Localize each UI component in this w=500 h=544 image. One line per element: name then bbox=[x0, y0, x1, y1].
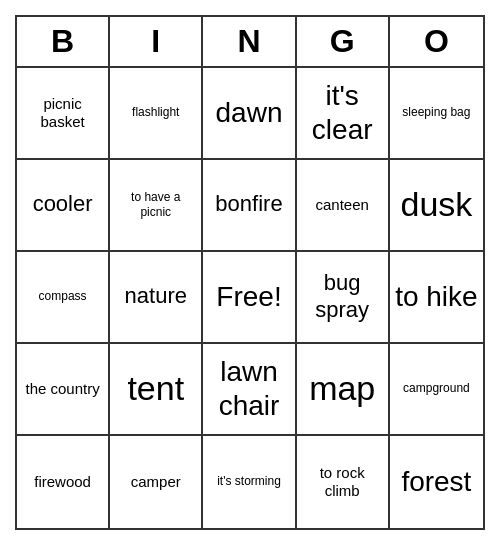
cell-text: to hike bbox=[395, 280, 478, 314]
bingo-cell[interactable]: bug spray bbox=[297, 252, 390, 344]
bingo-cell[interactable]: lawn chair bbox=[203, 344, 296, 436]
cell-text: campground bbox=[403, 381, 470, 395]
bingo-cell[interactable]: to rock climb bbox=[297, 436, 390, 528]
bingo-cell[interactable]: compass bbox=[17, 252, 110, 344]
bingo-grid: picnic basketflashlightdawnit's clearsle… bbox=[17, 68, 483, 528]
bingo-cell[interactable]: camper bbox=[110, 436, 203, 528]
bingo-cell[interactable]: forest bbox=[390, 436, 483, 528]
cell-text: dawn bbox=[216, 96, 283, 130]
cell-text: the country bbox=[25, 380, 99, 398]
bingo-cell[interactable]: dusk bbox=[390, 160, 483, 252]
cell-text: nature bbox=[125, 283, 187, 309]
cell-text: dusk bbox=[400, 184, 472, 225]
cell-text: Free! bbox=[216, 280, 281, 314]
bingo-cell[interactable]: to have a picnic bbox=[110, 160, 203, 252]
cell-text: it's storming bbox=[217, 474, 281, 488]
bingo-cell[interactable]: sleeping bag bbox=[390, 68, 483, 160]
bingo-cell[interactable]: dawn bbox=[203, 68, 296, 160]
bingo-cell[interactable]: the country bbox=[17, 344, 110, 436]
bingo-cell[interactable]: it's storming bbox=[203, 436, 296, 528]
bingo-cell[interactable]: tent bbox=[110, 344, 203, 436]
bingo-cell[interactable]: it's clear bbox=[297, 68, 390, 160]
header-letter: I bbox=[110, 17, 203, 66]
cell-text: map bbox=[309, 368, 375, 409]
cell-text: flashlight bbox=[132, 105, 179, 119]
bingo-cell[interactable]: cooler bbox=[17, 160, 110, 252]
header-letter: N bbox=[203, 17, 296, 66]
bingo-card: BINGO picnic basketflashlightdawnit's cl… bbox=[15, 15, 485, 530]
bingo-header: BINGO bbox=[17, 17, 483, 68]
cell-text: picnic basket bbox=[21, 95, 104, 131]
bingo-cell[interactable]: to hike bbox=[390, 252, 483, 344]
bingo-cell[interactable]: canteen bbox=[297, 160, 390, 252]
cell-text: bonfire bbox=[215, 191, 282, 217]
bingo-cell[interactable]: campground bbox=[390, 344, 483, 436]
cell-text: bug spray bbox=[301, 270, 384, 323]
cell-text: firewood bbox=[34, 473, 91, 491]
cell-text: forest bbox=[401, 465, 471, 499]
bingo-cell[interactable]: Free! bbox=[203, 252, 296, 344]
bingo-cell[interactable]: nature bbox=[110, 252, 203, 344]
bingo-cell[interactable]: flashlight bbox=[110, 68, 203, 160]
bingo-cell[interactable]: picnic basket bbox=[17, 68, 110, 160]
cell-text: sleeping bag bbox=[402, 105, 470, 119]
cell-text: to rock climb bbox=[301, 464, 384, 500]
cell-text: it's clear bbox=[301, 79, 384, 146]
cell-text: compass bbox=[39, 289, 87, 303]
cell-text: camper bbox=[131, 473, 181, 491]
cell-text: cooler bbox=[33, 191, 93, 217]
cell-text: canteen bbox=[316, 196, 369, 214]
bingo-cell[interactable]: firewood bbox=[17, 436, 110, 528]
cell-text: to have a picnic bbox=[114, 190, 197, 219]
bingo-cell[interactable]: bonfire bbox=[203, 160, 296, 252]
cell-text: lawn chair bbox=[207, 355, 290, 422]
bingo-cell[interactable]: map bbox=[297, 344, 390, 436]
header-letter: G bbox=[297, 17, 390, 66]
header-letter: O bbox=[390, 17, 483, 66]
header-letter: B bbox=[17, 17, 110, 66]
cell-text: tent bbox=[127, 368, 184, 409]
